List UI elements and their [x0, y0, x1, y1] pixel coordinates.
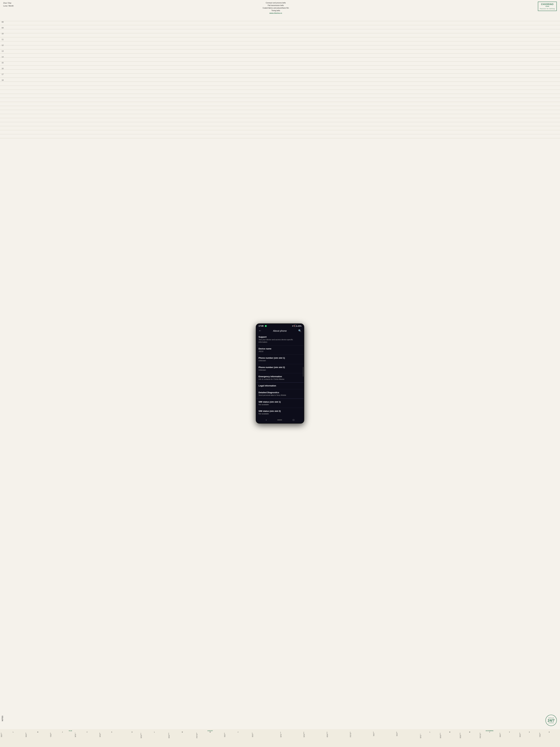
- calendar-month-label: DECEMBRIE: [420, 730, 559, 731]
- date-area: Ziua / Day Luna / Month: [3, 2, 14, 7]
- ruled-line: [0, 126, 560, 126]
- calendar-table: LMMJ 12345 89101112 1516171819 222324252…: [140, 731, 280, 738]
- whatsapp-icon: ✓: [265, 325, 267, 327]
- hour-label: 08: [2, 21, 4, 23]
- item-title: Device name: [259, 347, 301, 350]
- item-subtitle: Unknown: [259, 359, 301, 362]
- settings-item-device-name[interactable]: Device name J9210: [256, 345, 304, 355]
- stamp-circle: SERVICE 24/7 CHIORINO: [545, 715, 557, 726]
- ruled-line: [0, 118, 560, 118]
- calendar-table: LMMJVSD 123456 78910111213 1415161718192…: [420, 731, 559, 738]
- item-title: Emergency information: [259, 375, 301, 378]
- nav-recents-button[interactable]: □: [291, 418, 296, 422]
- nav-back-button[interactable]: ‹: [264, 418, 269, 422]
- item-title: Phone number (sim slot 1): [259, 357, 301, 359]
- settings-item-support[interactable]: Support Test your device and access devi…: [256, 334, 304, 345]
- status-time: 17:09: [259, 325, 264, 327]
- ruled-line: [0, 98, 560, 98]
- month-label: Luna / Month: [3, 4, 14, 7]
- logo-text: CHIORINO: [541, 3, 554, 5]
- calendar-dec: DECEMBRIE LMMJVSD 123456 78910111213 141…: [420, 730, 559, 746]
- ruled-line: [0, 130, 560, 130]
- belt-item: Coated fabrics and polyurethane film: [263, 7, 289, 9]
- calendar-sept: 123456 789101112 141516171819 2122232425…: [280, 730, 420, 746]
- settings-content: Support Test your device and access devi…: [256, 334, 304, 417]
- settings-list: Support Test your device and access devi…: [256, 334, 304, 417]
- hour-label: 18: [2, 79, 4, 81]
- ruled-line: [0, 25, 560, 25]
- ruled-line: [0, 106, 560, 106]
- logo-tagline: Passion for belting: [540, 8, 555, 9]
- calendar-august: AUGUST LMMJ 12345 89101112 1516171819 22…: [140, 730, 280, 746]
- hour-label: 17: [2, 73, 4, 75]
- status-left: 17:09 ✓: [259, 325, 267, 327]
- settings-item-diagnostics[interactable]: Detailed Diagnostics Send personal data …: [256, 389, 304, 398]
- ruled-line: [0, 122, 560, 122]
- phone-device: 17:09 ✓ ▾ 22% ← About phone 🔍: [256, 324, 304, 423]
- chiorino-header: Ziua / Day Luna / Month Conveyor and pro…: [0, 0, 560, 16]
- hour-label: 10: [2, 33, 4, 34]
- back-button[interactable]: ←: [259, 329, 261, 332]
- settings-item-phone-sim1[interactable]: Phone number (sim slot 1) Unknown: [256, 355, 304, 364]
- battery-indicator: [294, 325, 297, 327]
- belt-item: Timing belts: [263, 9, 289, 12]
- item-subtitle: Test your device and access device-speci…: [259, 338, 301, 343]
- calendar-month-label: AUGUST: [140, 730, 280, 731]
- ruled-line: [0, 21, 560, 21]
- chiorino-logo: CHIORINO 1906 Passion for belting: [538, 2, 557, 11]
- status-right: ▾ 22%: [292, 325, 301, 327]
- nav-home-button[interactable]: [277, 419, 282, 420]
- wifi-icon: ▾: [292, 325, 293, 327]
- stamp-hours: 24/7: [548, 719, 555, 722]
- ruled-line: [0, 114, 560, 114]
- ruled-line: [0, 102, 560, 102]
- ruled-line: [0, 33, 560, 33]
- notes-label: NOTES: [2, 716, 3, 721]
- item-subtitle: J9210: [259, 350, 301, 353]
- ruled-line: [0, 110, 560, 110]
- battery-body: [294, 325, 297, 327]
- settings-item-sim-status-1[interactable]: SIM status (sim slot 1) Not available: [256, 399, 304, 408]
- hour-label: 12: [2, 44, 4, 46]
- item-title: Detailed Diagnostics: [259, 391, 301, 394]
- settings-item-emergency[interactable]: Emergency information Info & contacts fo…: [256, 374, 304, 383]
- settings-item-phone-sim2[interactable]: Phone number (sim slot 2) Unknown: [256, 364, 304, 374]
- item-subtitle: Send personal data to Sony Mobile: [259, 394, 301, 396]
- hour-label: 09: [2, 27, 4, 29]
- scroll-indicator: [303, 367, 303, 377]
- item-title: Phone number (sim slot 2): [259, 366, 301, 368]
- belt-item: Flat transmission belts: [263, 4, 289, 7]
- calendar-strip: IULIE LMJVSD 45678 1112131415 1819202122…: [0, 729, 560, 747]
- item-subtitle: Not available: [259, 403, 301, 406]
- bottom-nav: ‹ □: [256, 417, 304, 423]
- settings-item-legal[interactable]: Legal information: [256, 383, 304, 389]
- ruled-line: [0, 94, 560, 94]
- service-stamp: SERVICE 24/7 CHIORINO: [545, 715, 557, 726]
- battery-percent: 22%: [298, 325, 301, 327]
- item-subtitle: Info & contacts for Chirita Marian: [259, 378, 301, 381]
- ruled-line: [0, 29, 560, 29]
- hour-label: 15: [2, 62, 4, 63]
- belts-area: Conveyor and process belts Flat transmis…: [263, 2, 289, 15]
- battery-fill: [294, 325, 295, 326]
- item-title: SIM status (sim slot 1): [259, 401, 301, 403]
- ruled-line: [0, 134, 560, 134]
- settings-item-sim-status-2[interactable]: SIM status (sim slot 2) Not available: [256, 408, 304, 417]
- calendar-month-label: IULIE: [1, 730, 140, 731]
- chiorino-logo-box: CHIORINO 1906 Passion for belting: [538, 2, 557, 11]
- calendar-table: 123456 789101112 141516171819 2122232425…: [280, 732, 420, 737]
- hour-label: 14: [2, 56, 4, 58]
- hour-label: 16: [2, 68, 4, 70]
- status-bar: 17:09 ✓ ▾ 22%: [256, 324, 304, 328]
- search-icon[interactable]: 🔍: [298, 329, 301, 332]
- website: www.chiorino.ro: [263, 12, 289, 15]
- day-label: Ziua / Day: [3, 2, 14, 4]
- item-title: Legal information: [259, 385, 301, 387]
- stamp-brand: CHIORINO: [549, 722, 554, 723]
- hour-labels: 08 09 10 11 12 13 14 15 16 17 18: [2, 21, 4, 85]
- page-title: About phone: [273, 329, 287, 332]
- item-subtitle: Not available: [259, 413, 301, 415]
- calendar-table: LMJVSD 45678 1112131415 1819202122 25262…: [1, 731, 140, 737]
- top-bar: ← About phone 🔍: [256, 328, 304, 334]
- belt-item: Conveyor and process belts: [263, 2, 289, 4]
